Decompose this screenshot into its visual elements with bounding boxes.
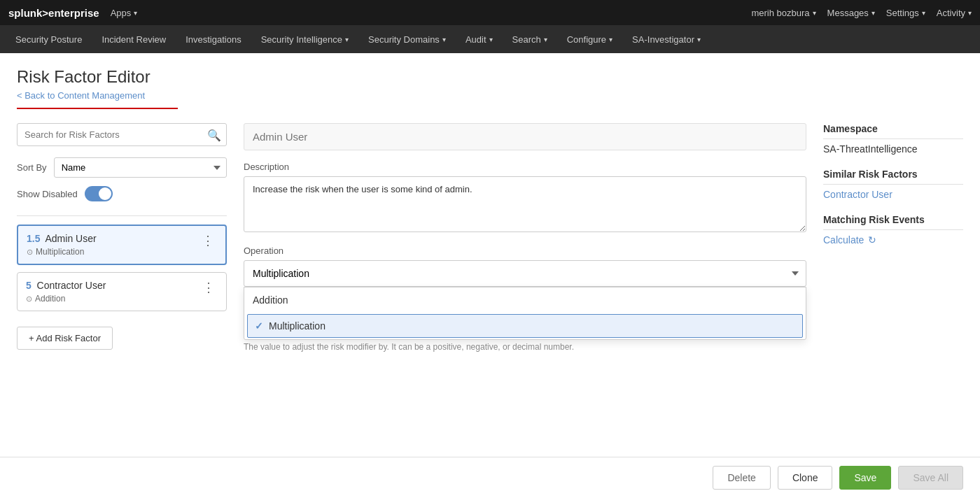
op-label: Multiplication [36, 247, 84, 257]
nav-label: Security Intelligence [261, 34, 342, 45]
description-textarea[interactable]: Increase the risk when the user is some … [244, 176, 806, 232]
left-panel: 🔍 Sort By Name Score Show Disabled [17, 123, 227, 350]
nav-label: Security Domains [368, 34, 440, 45]
nav-label: Security Posture [15, 34, 82, 45]
search-input[interactable] [17, 123, 227, 146]
user-menu[interactable]: merih bozbura ▾ [751, 8, 816, 18]
main-layout: 🔍 Sort By Name Score Show Disabled [17, 123, 963, 352]
nav-caret-icon: ▾ [697, 36, 701, 43]
nav-search[interactable]: Search ▾ [503, 25, 557, 53]
nav-label: Configure [567, 34, 606, 45]
top-bar-right: merih bozbura ▾ Messages ▾ Settings ▾ Ac… [751, 8, 972, 18]
apps-caret-icon: ▾ [134, 9, 137, 17]
dropdown-option-addition[interactable]: Addition [244, 287, 806, 313]
right-panel: Namespace SA-ThreatIntelligence Similar … [823, 123, 963, 259]
risk-item-admin-user[interactable]: 1.5 Admin User ⊙ Multiplication ⋮ [17, 225, 227, 265]
red-underline-decoration [17, 108, 178, 109]
calculate-link[interactable]: Calculate [823, 234, 864, 246]
nav-bar: Security Posture Incident Review Investi… [0, 25, 980, 53]
nav-investigations[interactable]: Investigations [176, 25, 251, 53]
messages-menu[interactable]: Messages ▾ [827, 8, 875, 18]
similar-heading: Similar Risk Factors [823, 169, 963, 185]
calculate-wrap: Calculate ↻ [823, 234, 963, 246]
enterprise-text: enterprise [48, 7, 99, 19]
page-header-area: Risk Factor Editor < Back to Content Man… [0, 53, 980, 366]
operation-section: Addition Multiplication Addition ✓ Multi… [244, 260, 806, 287]
risk-item-operation: ⊙ Addition [26, 294, 106, 304]
toggle-row: Show Disabled [17, 186, 227, 201]
search-icon-button[interactable]: 🔍 [207, 128, 221, 141]
similar-section: Similar Risk Factors Contractor User [823, 169, 963, 200]
dropdown-option-multiplication[interactable]: ✓ Multiplication [247, 314, 803, 338]
op-circle-icon: ⊙ [27, 248, 33, 257]
nav-caret-icon: ▾ [489, 36, 493, 43]
risk-item-operation: ⊙ Multiplication [27, 247, 97, 257]
nav-security-intelligence[interactable]: Security Intelligence ▾ [251, 25, 358, 53]
similar-risk-factor-link[interactable]: Contractor User [823, 189, 892, 200]
nav-incident-review[interactable]: Incident Review [92, 25, 176, 53]
risk-item-title: 1.5 Admin User [27, 233, 97, 244]
settings-menu[interactable]: Settings ▾ [886, 8, 925, 18]
search-wrap: 🔍 [17, 123, 227, 146]
op-circle-icon: ⊙ [26, 294, 32, 304]
activity-menu[interactable]: Activity ▾ [937, 8, 972, 18]
description-label: Description [244, 162, 806, 172]
activity-caret-icon: ▾ [968, 9, 972, 17]
sort-label: Sort By [17, 162, 47, 173]
middle-panel: Description Increase the risk when the u… [244, 123, 806, 352]
username: merih bozbura [751, 8, 809, 18]
risk-item-menu-button[interactable]: ⋮ [200, 280, 218, 295]
factor-hint: The value to adjust the risk modifier by… [244, 342, 806, 352]
operation-dropdown-open: Addition ✓ Multiplication [244, 287, 806, 340]
nav-label: Incident Review [102, 34, 166, 45]
risk-item-menu-button[interactable]: ⋮ [199, 233, 217, 248]
matching-heading: Matching Risk Events [823, 214, 963, 230]
nav-label: Audit [465, 34, 486, 45]
sort-row: Sort By Name Score [17, 157, 227, 178]
nav-caret-icon: ▾ [442, 36, 446, 43]
nav-sa-investigator[interactable]: SA-Investigator ▾ [622, 25, 710, 53]
left-panel-divider [17, 215, 227, 216]
refresh-icon[interactable]: ↻ [868, 234, 876, 246]
show-disabled-label: Show Disabled [17, 189, 78, 199]
op-label: Addition [35, 294, 65, 304]
operation-select-wrap: Addition Multiplication [244, 260, 806, 287]
apps-label: Apps [111, 8, 132, 18]
nav-caret-icon: ▾ [544, 36, 547, 43]
risk-item-num: 5 [26, 280, 31, 291]
matching-section: Matching Risk Events Calculate ↻ [823, 214, 963, 246]
splunk-text: splunk> [8, 7, 48, 19]
nav-caret-icon: ▾ [609, 36, 612, 43]
risk-factor-name-input[interactable] [244, 123, 806, 150]
splunk-logo: splunk>enterprise [8, 7, 99, 19]
activity-label: Activity [937, 8, 965, 18]
nav-audit[interactable]: Audit ▾ [456, 25, 503, 53]
top-bar: splunk>enterprise Apps ▾ merih bozbura ▾… [0, 0, 980, 25]
settings-label: Settings [886, 8, 919, 18]
risk-item-title-group: 1.5 Admin User ⊙ Multiplication [27, 233, 97, 257]
nav-security-domains[interactable]: Security Domains ▾ [358, 25, 456, 53]
nav-configure[interactable]: Configure ▾ [557, 25, 622, 53]
user-caret-icon: ▾ [813, 9, 816, 17]
risk-item-contractor-user[interactable]: 5 Contractor User ⊙ Addition ⋮ [17, 272, 227, 311]
risk-item-header: 5 Contractor User ⊙ Addition ⋮ [26, 280, 218, 304]
namespace-section: Namespace SA-ThreatIntelligence [823, 123, 963, 155]
sort-select[interactable]: Name Score [54, 157, 227, 178]
messages-caret-icon: ▾ [872, 9, 875, 17]
nav-security-posture[interactable]: Security Posture [6, 25, 92, 53]
page-title: Risk Factor Editor [17, 67, 963, 87]
checkmark-icon: ✓ [255, 320, 263, 332]
nav-label: Investigations [186, 34, 241, 45]
back-link[interactable]: < Back to Content Management [17, 90, 145, 101]
risk-item-title: 5 Contractor User [26, 280, 106, 291]
operation-select[interactable]: Addition Multiplication [244, 260, 806, 287]
namespace-value: SA-ThreatIntelligence [823, 143, 963, 155]
risk-item-header: 1.5 Admin User ⊙ Multiplication ⋮ [27, 233, 217, 257]
risk-item-num: 1.5 [27, 233, 40, 244]
operation-label: Operation [244, 246, 806, 256]
risk-item-name: Admin User [45, 233, 96, 244]
nav-label: Search [512, 34, 541, 45]
add-risk-factor-button[interactable]: + Add Risk Factor [17, 327, 113, 350]
apps-menu[interactable]: Apps ▾ [111, 8, 138, 18]
show-disabled-toggle[interactable] [85, 186, 113, 201]
